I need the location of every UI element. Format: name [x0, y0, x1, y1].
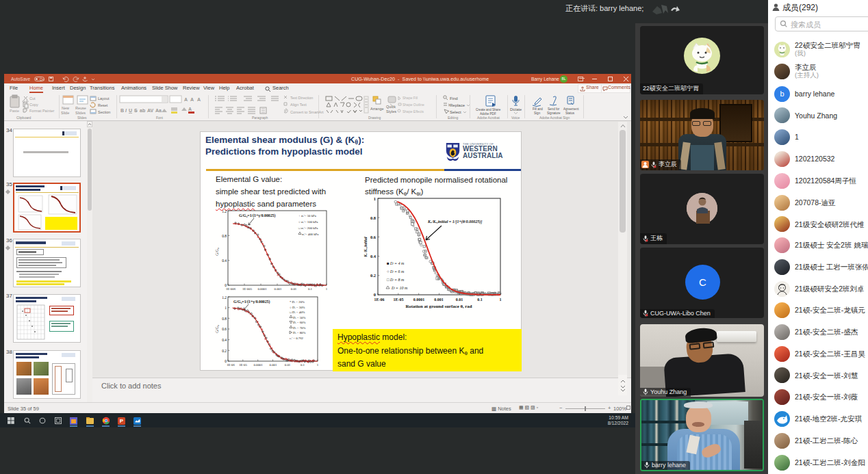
svg-text:eᵣ' = 0.762: eᵣ' = 0.762: [290, 337, 304, 340]
svg-text:Shape Outline: Shape Outline: [403, 103, 424, 107]
svg-text:Find: Find: [450, 96, 458, 101]
svg-text:G/G₀=1/(1+γ/0.00025): G/G₀=1/(1+γ/0.00025): [239, 213, 275, 218]
svg-text:A: A: [184, 97, 188, 102]
svg-text:Styles: Styles: [386, 109, 396, 114]
svg-text:New: New: [62, 106, 69, 110]
svg-text:Section: Section: [98, 110, 110, 114]
svg-text:0.2: 0.2: [370, 273, 376, 278]
svg-text:□ Dᵣ = 40%: □ Dᵣ = 40%: [290, 311, 305, 314]
svg-text:0.0001: 0.0001: [413, 298, 425, 302]
svg-text:G/G₀: G/G₀: [215, 325, 219, 332]
svg-text:Replace: Replace: [450, 103, 465, 107]
svg-text:1.2: 1.2: [222, 295, 227, 300]
svg-text:0.01: 0.01: [456, 298, 463, 302]
svg-text:1E-05: 1E-05: [394, 298, 404, 302]
svg-text:0.4: 0.4: [222, 259, 227, 263]
svg-text:Quick: Quick: [386, 105, 396, 109]
svg-text:0.2: 0.2: [222, 349, 227, 353]
svg-text:1: 1: [374, 196, 376, 201]
svg-text:Dᵣ = 80%: Dᵣ = 80%: [293, 331, 305, 334]
svg-text:Status: Status: [565, 111, 575, 115]
svg-text:A: A: [190, 97, 194, 102]
svg-text:S: S: [134, 108, 138, 113]
svg-text:+ σₓ'= 50 kPa: + σₓ'= 50 kPa: [298, 214, 317, 218]
svg-text:0.001: 0.001: [275, 287, 282, 291]
svg-text:Send for: Send for: [548, 107, 560, 111]
svg-text:G/G₀=1/(1+γ/0.00025): G/G₀=1/(1+γ/0.00025): [233, 300, 270, 304]
svg-text:1: 1: [225, 306, 227, 310]
svg-text:0.4: 0.4: [222, 338, 227, 342]
svg-text:Shape Fill: Shape Fill: [403, 96, 418, 100]
svg-text:A: A: [197, 97, 201, 102]
svg-text:Reuse: Reuse: [75, 106, 86, 110]
svg-text:0.8: 0.8: [370, 215, 376, 220]
svg-text:A: A: [188, 107, 192, 111]
svg-text:0.001: 0.001: [434, 298, 444, 302]
svg-text:Slides: Slides: [75, 111, 86, 115]
svg-text:Arrange: Arrange: [370, 107, 384, 111]
svg-text:1E-006: 1E-006: [226, 287, 236, 291]
svg-text:U: U: [129, 108, 132, 113]
svg-text:1E-05: 1E-05: [239, 363, 247, 367]
svg-text:Agreement: Agreement: [563, 107, 579, 111]
svg-text:0.01: 0.01: [285, 363, 291, 367]
svg-text:Cut: Cut: [29, 96, 36, 101]
svg-text:0.6: 0.6: [370, 235, 376, 239]
svg-text:Convert to SmartArt: Convert to SmartArt: [290, 110, 324, 114]
svg-text:1: 1: [326, 287, 328, 291]
svg-text:Select: Select: [450, 110, 461, 114]
svg-text:* Dᵣ = 20%: * Dᵣ = 20%: [290, 300, 305, 304]
svg-text:D = 10 m: D = 10 m: [391, 286, 408, 290]
svg-text:G/G₀: G/G₀: [215, 248, 219, 255]
svg-text:0.01: 0.01: [291, 287, 297, 291]
svg-text:Rotation at ground surface θ,: Rotation at ground surface θ, rad: [405, 304, 472, 308]
svg-text:0.0001: 0.0001: [253, 363, 263, 367]
svg-text:I: I: [125, 108, 127, 113]
svg-text:Create and Share: Create and Share: [476, 108, 501, 111]
svg-text:0.6: 0.6: [222, 327, 227, 331]
svg-text:□ σₓ'= 200 kPa: □ σₓ'= 200 kPa: [298, 226, 318, 230]
svg-text:Align Text: Align Text: [290, 103, 307, 107]
svg-text:1: 1: [317, 363, 319, 367]
svg-text:Kₒ/Kₒ,initial = 1/[1+(θ/0.0002: Kₒ/Kₒ,initial = 1/[1+(θ/0.00025)]: [427, 220, 482, 224]
svg-text:○ Dᵣ = 30%: ○ Dᵣ = 30%: [290, 306, 305, 309]
svg-text:Shape Effects: Shape Effects: [403, 109, 424, 114]
svg-text:Dictate: Dictate: [510, 107, 522, 111]
svg-text:0.001: 0.001: [270, 363, 277, 367]
svg-text:Signature: Signature: [547, 111, 561, 115]
svg-text:1: 1: [500, 298, 502, 302]
svg-text:Paste: Paste: [10, 109, 19, 113]
svg-text:Copy: Copy: [29, 103, 38, 107]
svg-text:Dᵣ = 50%: Dᵣ = 50%: [293, 316, 305, 319]
svg-text:0.0001: 0.0001: [257, 287, 267, 291]
svg-text:□ D = 8 m: □ D = 8 m: [387, 278, 405, 282]
svg-text:○ σₓ'= 100 kPa: ○ σₓ'= 100 kPa: [298, 220, 318, 224]
svg-text:1E-06: 1E-06: [227, 363, 235, 367]
svg-text:0: 0: [374, 292, 376, 297]
svg-text:Sign: Sign: [534, 111, 541, 115]
svg-text:B: B: [120, 108, 124, 113]
svg-text:0.1: 0.1: [308, 287, 313, 291]
svg-text:1E-005: 1E-005: [242, 287, 253, 291]
svg-text:1E-06: 1E-06: [374, 298, 385, 302]
svg-text:■ D = 4 m: ■ D = 4 m: [387, 261, 405, 265]
svg-text:Reset: Reset: [98, 103, 108, 107]
svg-text:Kₒ/Kₒ,initial: Kₒ/Kₒ,initial: [363, 237, 368, 258]
svg-text:ab: ab: [140, 108, 145, 113]
svg-text:0.8: 0.8: [222, 234, 227, 238]
svg-text:0.8: 0.8: [222, 317, 227, 321]
svg-text:Adobe PDF: Adobe PDF: [480, 112, 496, 116]
svg-text:1.2: 1.2: [222, 209, 227, 213]
svg-text:0.4: 0.4: [370, 254, 376, 259]
svg-text:AV: AV: [147, 108, 154, 113]
svg-text:Dᵣ = 70%: Dᵣ = 70%: [293, 326, 305, 330]
svg-text:Format Painter: Format Painter: [29, 109, 55, 113]
svg-text:Aa: Aa: [155, 108, 162, 113]
svg-text:Fill and: Fill and: [533, 107, 543, 111]
svg-text:○ D = 6 m: ○ D = 6 m: [387, 269, 405, 274]
svg-text:σₓ'= 400 kPa: σₓ'= 400 kPa: [302, 233, 319, 236]
svg-text:Text Direction: Text Direction: [290, 96, 313, 100]
svg-text:Dᵣ = 60%: Dᵣ = 60%: [293, 321, 305, 324]
svg-text:0.1: 0.1: [477, 298, 483, 302]
svg-text:Slide: Slide: [61, 111, 69, 115]
